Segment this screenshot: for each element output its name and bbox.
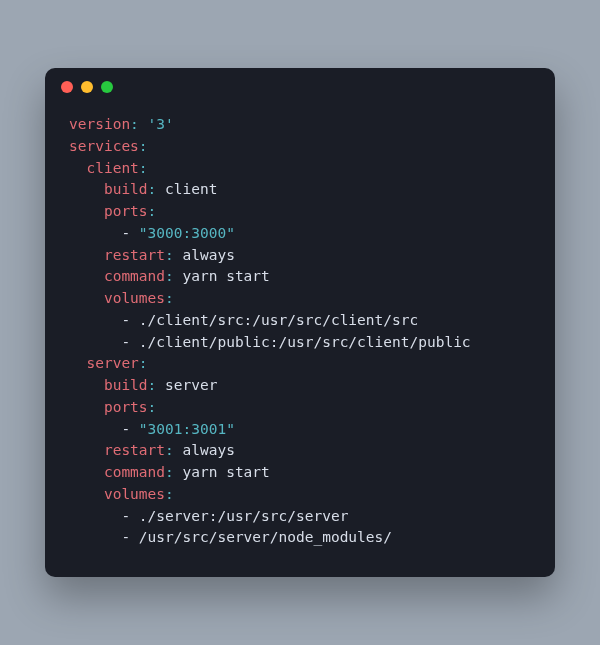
colon: : [148,203,157,219]
colon: : [139,355,148,371]
yaml-key: services [69,138,139,154]
yaml-key: volumes [104,486,165,502]
colon: : [165,464,174,480]
list-dash: - [121,421,130,437]
yaml-value: /usr/src/server/node_modules/ [139,529,392,545]
colon: : [165,247,174,263]
minimize-icon[interactable] [81,81,93,93]
list-dash: - [121,334,130,350]
yaml-string: "3001:3001" [139,421,235,437]
yaml-value: always [183,247,235,263]
yaml-key: build [104,181,148,197]
yaml-key: command [104,464,165,480]
yaml-key: server [86,355,138,371]
yaml-string: '3' [148,116,174,132]
list-dash: - [121,312,130,328]
list-dash: - [121,508,130,524]
yaml-key: restart [104,247,165,263]
colon: : [139,160,148,176]
colon: : [139,138,148,154]
maximize-icon[interactable] [101,81,113,93]
yaml-key: volumes [104,290,165,306]
yaml-value: client [165,181,217,197]
colon: : [165,268,174,284]
colon: : [130,116,139,132]
list-dash: - [121,225,130,241]
colon: : [165,290,174,306]
yaml-value: ./client/public:/usr/src/client/public [139,334,471,350]
colon: : [165,442,174,458]
list-dash: - [121,529,130,545]
yaml-key: restart [104,442,165,458]
yaml-value: yarn start [183,464,270,480]
yaml-value: ./client/src:/usr/src/client/src [139,312,418,328]
terminal-window: version: '3' services: client: build: cl… [45,68,555,577]
colon: : [165,486,174,502]
yaml-value: server [165,377,217,393]
window-titlebar [45,68,555,106]
yaml-key: build [104,377,148,393]
yaml-string: "3000:3000" [139,225,235,241]
yaml-value: always [183,442,235,458]
yaml-key: version [69,116,130,132]
yaml-key: ports [104,399,148,415]
colon: : [148,181,157,197]
close-icon[interactable] [61,81,73,93]
code-block: version: '3' services: client: build: cl… [45,106,555,577]
colon: : [148,399,157,415]
colon: : [148,377,157,393]
yaml-value: yarn start [183,268,270,284]
yaml-key: command [104,268,165,284]
yaml-value: ./server:/usr/src/server [139,508,349,524]
yaml-key: ports [104,203,148,219]
yaml-key: client [86,160,138,176]
